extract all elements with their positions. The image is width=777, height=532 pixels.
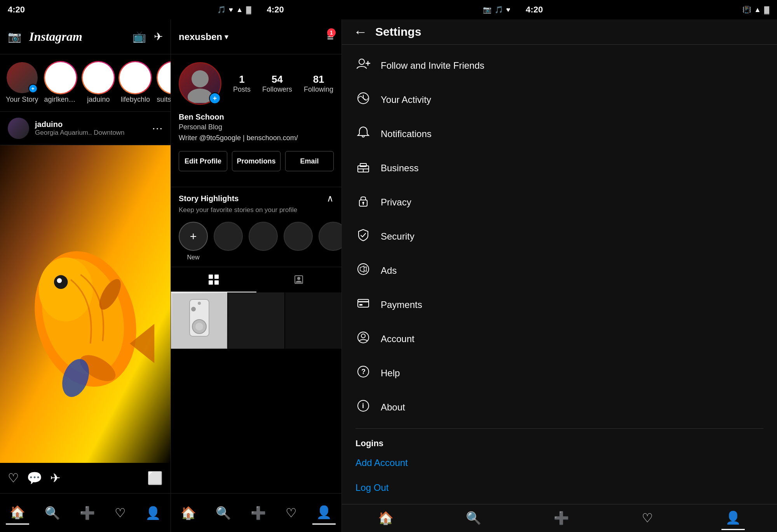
nav-add-icon-profile[interactable]: ➕ [247,502,270,524]
vibrate-icon: 📳 [742,5,751,14]
panel-feed: 📷 Instagram 📺 ✈ + Your Story agirl [0,19,171,532]
grid-item-2[interactable] [228,292,284,349]
highlights-header: Story Highlights ∧ [179,193,334,204]
grid-item-3[interactable] [285,292,341,349]
svg-point-34 [358,264,369,275]
story-item-jaduino[interactable]: jaduino [83,62,114,104]
instagram-logo: Instagram [29,30,125,44]
nav-add-icon-settings[interactable]: ➕ [550,507,573,529]
edit-profile-button[interactable]: Edit Profile [179,151,227,171]
nav-home-icon-profile[interactable]: 🏠 [177,502,200,524]
highlight-new[interactable]: + New [179,222,208,261]
highlights-chevron-icon[interactable]: ∧ [327,193,334,204]
story-label-4: lifebychlo [121,96,150,104]
nav-heart-icon-settings[interactable]: ♡ [638,507,657,529]
feed-nav: 📷 Instagram 📺 ✈ [0,19,171,54]
svg-rect-14 [214,280,219,285]
instagram-logo-icon: 📷 [8,30,21,43]
settings-back-button[interactable]: ← [354,24,368,40]
settings-item-privacy[interactable]: Privacy [342,185,777,219]
nav-add-icon-feed[interactable]: ➕ [76,502,99,524]
log-out-link[interactable]: Log Out [342,475,777,500]
notification-badge: 1 [327,28,336,37]
settings-item-security[interactable]: Security [342,219,777,254]
send-icon[interactable]: ✈ [154,30,163,43]
post-avatar[interactable] [8,118,29,139]
business-icon [355,160,371,177]
tab-grid[interactable] [171,267,256,292]
nav-home-icon-settings[interactable]: 🏠 [374,507,397,529]
svg-point-19 [198,302,201,305]
story-item-your-story[interactable]: + Your Story [6,62,38,104]
profile-tabs [171,267,341,292]
highlight-empty-4 [319,222,342,261]
settings-item-notifications[interactable]: Notifications [342,117,777,151]
security-icon [355,228,371,245]
profile-username-button[interactable]: nexusben ▾ [179,31,228,42]
stat-posts[interactable]: 1 Posts [233,73,251,94]
stat-following[interactable]: 81 Following [304,73,333,94]
chevron-down-icon: ▾ [225,33,228,41]
grid-item-1[interactable] [171,292,227,349]
status-icons-feed: 🎵 ♥ ▲ ▓ [217,5,251,14]
nav-search-icon-settings[interactable]: 🔍 [462,507,485,529]
post-location: Georgia Aquarium.. Downtown [35,129,146,137]
your-story-avatar: + [7,62,38,93]
highlights-desc: Keep your favorite stories on your profi… [179,206,334,214]
privacy-svg [356,194,370,208]
following-label: Following [304,85,333,94]
settings-item-your-activity[interactable]: Your Activity [342,83,777,117]
email-button[interactable]: Email [285,151,334,171]
settings-item-about[interactable]: i About [342,390,777,424]
profile-pic-wrap: + [179,62,221,105]
tab-tagged[interactable] [256,267,342,292]
nav-search-icon-profile[interactable]: 🔍 [212,502,235,524]
settings-item-help[interactable]: ? Help [342,356,777,390]
svg-point-16 [297,277,300,280]
bottom-nav-settings: 🏠 🔍 ➕ ♡ 👤 [342,504,777,532]
story-item-agirlkenndre[interactable]: agirlkenndre... [44,62,77,104]
hamburger-menu-button[interactable]: ≡ 1 [327,30,334,43]
nav-home-icon-feed[interactable]: 🏠 [6,501,29,525]
settings-item-ads[interactable]: Ads [342,254,777,288]
share-icon[interactable]: ✈ [50,471,61,485]
settings-item-business[interactable]: Business [342,151,777,185]
nav-search-icon-feed[interactable]: 🔍 [41,502,64,524]
tv-icon[interactable]: 📺 [132,30,146,43]
highlight-new-label: New [187,254,199,261]
svg-point-9 [192,70,209,87]
stat-followers[interactable]: 54 Followers [262,73,292,94]
nav-heart-icon-profile[interactable]: ♡ [282,502,301,524]
settings-item-account[interactable]: Account [342,322,777,356]
comment-icon[interactable]: 💬 [27,471,42,485]
profile-grid [171,292,341,349]
settings-label-help: Help [381,368,400,379]
story-label-5: suitsandtech [157,96,171,104]
profile-buttons: Edit Profile Promotions Email [179,151,334,171]
highlight-new-circle[interactable]: + [179,222,208,251]
story-item-suitsandtech[interactable]: suitsandtech [157,62,171,104]
stories-row: + Your Story agirlkenndre... jaduino [0,54,171,112]
post-more-button[interactable]: ⋯ [152,122,163,135]
settings-item-payments[interactable]: Payments [342,288,777,322]
svg-point-22 [191,307,196,311]
profile-nav: nexusben ▾ ≡ 1 [171,19,341,54]
bottom-nav-profile: 🏠 🔍 ➕ ♡ 👤 [171,493,341,532]
nav-profile-icon-feed[interactable]: 👤 [141,502,165,524]
like-icon[interactable]: ♡ [8,471,19,485]
nav-profile-icon-profile[interactable]: 👤 [312,501,336,525]
wifi-icon-2: ▲ [754,6,761,14]
promotions-button[interactable]: Promotions [232,151,280,171]
story-item-lifebychlo[interactable]: lifebychlo [120,62,151,104]
bookmark-icon[interactable]: ⬜ [147,471,163,485]
payments-svg [356,296,370,310]
add-story-profile-badge[interactable]: + [209,92,221,104]
settings-label-privacy: Privacy [381,197,411,208]
svg-point-4 [57,278,62,283]
settings-label-ads: Ads [381,265,397,276]
add-story-badge: + [28,84,38,93]
nav-heart-icon-feed[interactable]: ♡ [111,502,130,524]
nav-profile-icon-settings[interactable]: 👤 [721,506,745,530]
settings-item-follow-invite[interactable]: Follow and Invite Friends [342,49,777,83]
add-account-link[interactable]: Add Account [342,450,777,475]
